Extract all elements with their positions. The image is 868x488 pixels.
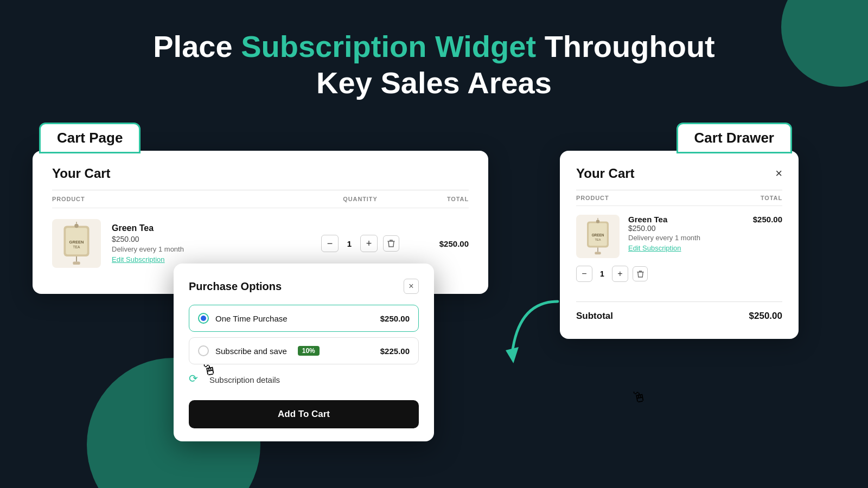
cart-qty-controls: − 1 + — [317, 235, 404, 252]
sub-details-row: ⟳ Subscription details — [189, 372, 419, 387]
drawer-col-total: TOTAL — [761, 195, 782, 201]
cursor-right: 🖱 — [630, 387, 648, 407]
cart-drawer-tab-label: Cart Drawer — [694, 130, 774, 146]
cart-item-total: $250.00 — [404, 239, 469, 248]
option-subscribe-save[interactable]: Subscribe and save 10% $225.00 — [189, 337, 419, 364]
option-one-time-purchase[interactable]: One Time Purchase $250.00 — [189, 305, 419, 332]
drawer-subtotal: Subtotal $250.00 — [576, 301, 782, 324]
drawer-table-header: PRODUCT TOTAL — [576, 190, 782, 206]
svg-point-14 — [596, 220, 599, 223]
drawer-item-delivery: Delivery every 1 month — [628, 234, 782, 242]
drawer-edit-subscription-link[interactable]: Edit Subscription — [628, 244, 681, 252]
option-one-time-price: $250.00 — [380, 314, 410, 323]
page-title: Place Subscription Widget Throughout Key… — [0, 28, 868, 101]
svg-marker-9 — [506, 347, 519, 363]
arrow-down-left — [499, 291, 564, 377]
radio-subscribe[interactable] — [198, 345, 209, 356]
drawer-col-product: PRODUCT — [576, 195, 609, 201]
save-badge: 10% — [298, 346, 320, 356]
svg-point-4 — [74, 224, 79, 228]
drawer-title: Your Cart — [576, 166, 635, 181]
add-to-cart-button[interactable]: Add To Cart — [189, 400, 419, 428]
drawer-qty-value: 1 — [596, 269, 609, 278]
drawer-header: Your Cart × — [576, 166, 782, 181]
drawer-tea-bag-icon: GREEN TEA — [582, 218, 614, 255]
purchase-options-modal: Purchase Options × One Time Purchase $25… — [174, 264, 434, 441]
option-subscribe-left: Subscribe and save 10% — [198, 345, 320, 356]
cart-item-image: GREEN TEA — [52, 219, 101, 268]
drawer-close-button[interactable]: × — [775, 166, 782, 181]
cart-table-header: PRODUCT QUANTITY TOTAL — [52, 190, 469, 208]
drawer-qty-controls: − 1 + — [576, 266, 782, 282]
cart-page-tab: Cart Page — [39, 123, 141, 153]
option-subscribe-price: $225.00 — [380, 346, 410, 356]
svg-text:GREEN: GREEN — [592, 233, 604, 237]
modal-close-button[interactable]: × — [404, 279, 419, 294]
col-product-header: PRODUCT — [52, 196, 317, 202]
drawer-trash-icon — [637, 270, 644, 278]
trash-icon — [387, 239, 395, 248]
drawer-item-price: $250.00 — [628, 224, 782, 233]
cursor-left: 🖱 — [200, 360, 218, 380]
option-one-time-label: One Time Purchase — [215, 314, 288, 323]
cart-drawer-panel: Your Cart × PRODUCT TOTAL GREEN TEA — [560, 151, 799, 339]
drawer-cart-item: GREEN TEA Green Tea $250.00 $250.00 Deli… — [576, 206, 782, 291]
title-line2: Key Sales Areas — [316, 66, 552, 100]
drawer-item-image: GREEN TEA — [576, 215, 620, 258]
header: Place Subscription Widget Throughout Key… — [0, 0, 868, 123]
drawer-item-top: GREEN TEA Green Tea $250.00 $250.00 Deli… — [576, 215, 782, 258]
qty-increase-button[interactable]: + — [360, 235, 378, 252]
cart-page-title: Your Cart — [52, 166, 469, 181]
svg-text:GREEN: GREEN — [69, 240, 84, 245]
qty-decrease-button[interactable]: − — [321, 235, 339, 252]
edit-subscription-link[interactable]: Edit Subscription — [112, 255, 165, 264]
option-one-time-left: One Time Purchase — [198, 313, 288, 324]
content-area: Cart Page Your Cart PRODUCT QUANTITY TOT… — [0, 123, 868, 480]
cart-drawer-tab: Cart Drawer — [676, 123, 792, 153]
svg-rect-6 — [73, 262, 80, 265]
cart-item-delivery: Delivery every 1 month — [112, 245, 317, 253]
modal-title: Purchase Options — [189, 280, 282, 293]
svg-text:TEA: TEA — [595, 238, 601, 241]
highlight-text: Subscription Widget — [241, 29, 536, 63]
sub-details-icon: ⟳ — [189, 372, 204, 387]
option-subscribe-label: Subscribe and save — [215, 346, 287, 356]
cart-item-details: Green Tea $250.00 Delivery every 1 month… — [112, 223, 317, 264]
drawer-qty-increase-button[interactable]: + — [612, 266, 628, 282]
tea-bag-icon: GREEN TEA — [58, 222, 95, 265]
drawer-item-total: $250.00 — [753, 215, 782, 224]
svg-rect-16 — [595, 252, 601, 255]
subtotal-label: Subtotal — [576, 311, 613, 322]
subtotal-value: $250.00 — [749, 311, 782, 322]
drawer-item-price-row: Green Tea $250.00 — [628, 215, 782, 224]
qty-value: 1 — [342, 239, 357, 248]
drawer-item-name: Green Tea — [628, 215, 667, 224]
cart-page-tab-label: Cart Page — [57, 130, 123, 146]
cart-item-name: Green Tea — [112, 223, 317, 233]
drawer-qty-decrease-button[interactable]: − — [576, 266, 592, 282]
sub-details-label: Subscription details — [209, 375, 280, 384]
col-total-header: TOTAL — [404, 196, 469, 202]
col-quantity-header: QUANTITY — [317, 196, 404, 202]
drawer-remove-item-button[interactable] — [633, 266, 648, 281]
radio-one-time[interactable] — [198, 313, 209, 324]
drawer-item-details: Green Tea $250.00 $250.00 Delivery every… — [628, 215, 782, 258]
cart-item-price: $250.00 — [112, 235, 317, 243]
remove-item-button[interactable] — [383, 235, 399, 252]
svg-text:TEA: TEA — [73, 245, 80, 249]
modal-header: Purchase Options × — [189, 279, 419, 294]
